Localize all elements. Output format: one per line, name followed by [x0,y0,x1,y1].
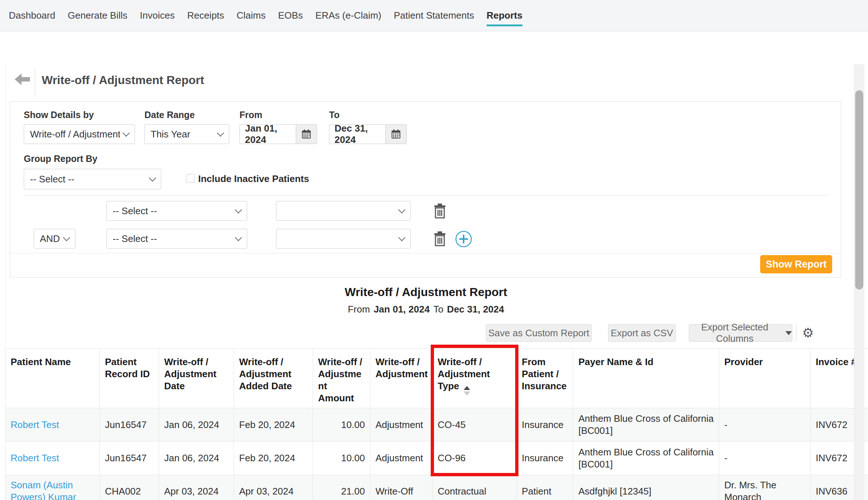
vertical-scrollbar-track[interactable] [854,64,864,500]
save-as-custom-report-button[interactable]: Save as Custom Report [486,324,592,342]
page-title: Write-off / Adjustment Report [42,73,204,87]
nav-item-claims[interactable]: Claims [237,10,265,24]
col-header-writeoff-type[interactable]: Write-off / Adjustment Type [433,349,517,408]
page-content: Write-off / Adjustment Report Show Detai… [0,32,868,500]
to-date-input[interactable]: Dec 31, 2024 [329,124,385,144]
condition-1-delete-button[interactable] [434,203,446,219]
group-report-by-select[interactable]: -- Select -- [24,169,161,189]
include-inactive-patients-label: Include Inactive Patients [198,173,309,185]
patient-name-link[interactable]: Robert Test [11,419,59,430]
to-calendar-button[interactable] [385,124,407,144]
nav-item-reports[interactable]: Reports [487,10,522,26]
chevron-down-icon [398,206,405,213]
report-date-range: FromJan 01, 2024ToDec 31, 2024 [0,304,852,315]
col-header-writeoff-date[interactable]: Write-off / Adjustment Date [159,349,234,408]
back-button[interactable] [14,73,31,86]
chevron-down-icon [398,234,405,241]
report-actions: Save as Custom Report Export as CSV Expo… [0,324,868,342]
table-row: Robert Test Jun16547 Jan 06, 2024 Feb 20… [5,408,868,442]
include-inactive-patients-checkbox[interactable] [186,174,195,183]
report-to-label: To [433,304,443,315]
plus-circle-icon [455,230,472,248]
patient-name-link[interactable]: Sonam (Austin Powers) Kumar [11,480,76,500]
col-header-payer-name-id[interactable]: Payer Name & Id [573,349,719,408]
gear-icon[interactable]: ⚙ [800,324,816,342]
trash-icon [434,231,446,246]
nav-item-generate-bills[interactable]: Generate Bills [68,10,127,24]
table-row: Sonam (Austin Powers) Kumar CHA002 Apr 0… [5,475,868,500]
chevron-down-icon [235,206,242,213]
patient-name-link[interactable]: Robert Test [11,452,59,463]
card-footer-divider [10,253,841,253]
calendar-icon [391,129,401,139]
nav-item-receipts[interactable]: Receipts [187,10,224,24]
table-header-row: Patient Name Patient Record ID Write-off… [5,349,868,408]
nav-item-eobs[interactable]: EOBs [278,10,303,24]
condition-1-value-select[interactable] [276,201,411,221]
to-date-field: Dec 31, 2024 [329,124,407,144]
col-header-writeoff-adjustment[interactable]: Write-off / Adjustment [370,349,433,408]
col-header-patient-record-id[interactable]: Patient Record ID [100,349,159,408]
add-condition-button[interactable] [455,230,472,248]
col-header-provider[interactable]: Provider [719,349,811,408]
show-details-by-select[interactable]: Write-off / Adjustment [24,124,135,144]
nav-item-dashboard[interactable]: Dashboard [9,10,55,24]
chevron-down-icon [235,234,242,241]
report-to-value: Dec 31, 2024 [447,304,504,315]
sort-icon[interactable] [464,386,470,395]
sort-desc-icon [464,391,470,395]
chevron-down-icon [63,234,70,241]
chevron-down-icon [217,129,224,137]
actions-divider [796,325,796,341]
col-header-from-patient-insurance[interactable]: From Patient / Insurance [517,349,573,408]
nav-item-eras[interactable]: ERAs (e-Claim) [315,10,381,24]
condition-2-field-select[interactable]: -- Select -- [106,229,247,249]
chevron-down-icon [149,174,156,182]
show-details-by-label: Show Details by [24,110,94,120]
top-nav: Dashboard Generate Bills Invoices Receip… [0,0,868,31]
from-label: From [239,110,263,120]
report-title: Write-off / Adjustment Report [0,285,852,299]
export-as-csv-button[interactable]: Export as CSV [608,324,676,342]
date-range-select[interactable]: This Year [144,124,229,144]
condition-1-field-select[interactable]: -- Select -- [106,201,247,221]
vertical-scrollbar-thumb[interactable] [855,90,863,289]
caret-down-icon [785,331,792,335]
report-from-label: From [348,304,370,315]
col-header-writeoff-added-date[interactable]: Write-off / Adjustment Added Date [234,349,313,408]
report-from-value: Jan 01, 2024 [374,304,430,315]
group-report-by-label: Group Report By [24,154,97,164]
to-label: To [329,110,340,120]
col-header-writeoff-amount[interactable]: Write-off / Adjustment Amount [313,349,370,408]
filter-panel: Show Details by Date Range From To Write… [10,101,841,277]
condition-2-operator-select[interactable]: AND [34,229,75,249]
from-date-field: Jan 01, 2024 [239,124,317,144]
from-date-input[interactable]: Jan 01, 2024 [239,124,296,144]
trash-icon [434,203,446,219]
report-table: Patient Name Patient Record ID Write-off… [5,348,868,500]
condition-2-delete-button[interactable] [434,231,446,246]
chevron-down-icon [122,129,130,137]
table-row: Robert Test Jun16547 Jan 06, 2024 Feb 20… [5,442,868,475]
back-arrow-icon [14,73,31,86]
condition-2-value-select[interactable] [276,229,411,249]
sort-asc-icon [464,386,470,390]
nav-item-patient-statements[interactable]: Patient Statements [394,10,474,24]
conditions-divider [24,195,829,196]
col-header-patient-name[interactable]: Patient Name [5,349,100,408]
head-divider [35,68,35,96]
app: { "nav": { "items": ["Dashboard", "Gener… [0,0,868,500]
date-range-label: Date Range [144,110,195,120]
export-selected-columns-button[interactable]: Export Selected Columns [689,324,792,342]
calendar-icon [301,129,312,139]
show-report-button[interactable]: Show Report [760,255,832,273]
nav-item-invoices[interactable]: Invoices [140,10,175,24]
from-calendar-button[interactable] [296,124,317,144]
